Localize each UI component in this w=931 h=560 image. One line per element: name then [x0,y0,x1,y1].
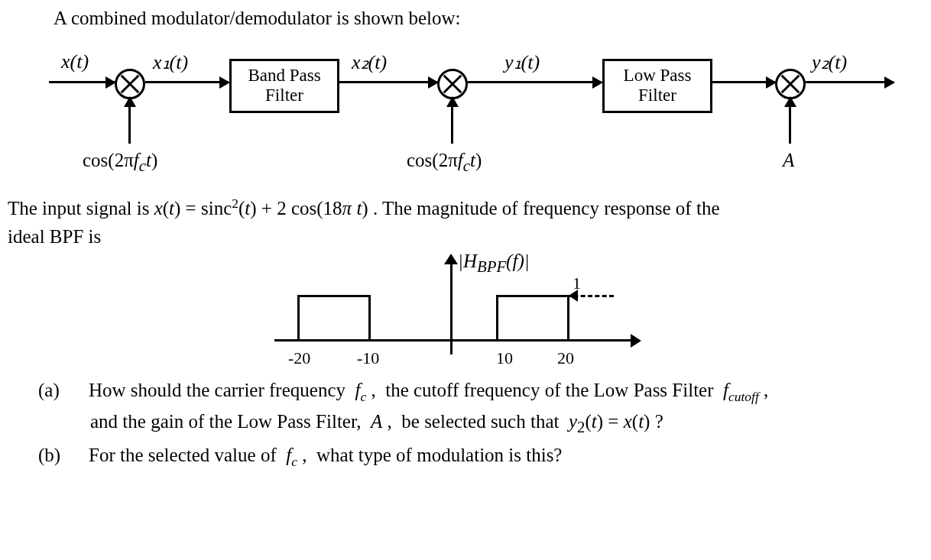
signal-x2t: x₂(t) [352,50,387,74]
signal-y1t: y₁(t) [504,50,540,74]
bandpass-filter-block: Band Pass Filter [229,59,339,113]
wire-mix2-to-lpf [468,81,602,83]
block-diagram: x(t) x₁(t) Band Pass Filter x₂(t) y₁(t) … [8,52,923,189]
lpf-label-line1: Low Pass [615,66,699,86]
bpf-label-line1: Band Pass [242,66,326,86]
wire-lpf-to-mix3 [711,81,775,83]
question-b: (b)For the selected value of fc , what t… [90,441,913,472]
lpf-label-line2: Filter [615,86,699,105]
plot-level-dash-arrow [569,290,578,302]
question-a: (a)How should the carrier frequency fc ,… [90,376,913,439]
carrier-line-2 [451,98,453,144]
tick-20: 20 [557,348,574,368]
signal-x1t: x₁(t) [153,50,188,74]
lowpass-filter-block: Low Pass Filter [602,59,712,113]
tick-n10: -10 [357,348,379,368]
question-list: (a)How should the carrier frequency fc ,… [8,374,923,473]
tick-n20: -20 [288,348,310,368]
carrier-label-2: cos(2πfct) [407,150,482,176]
mixer-1 [115,69,145,99]
gain-line [789,98,791,144]
tick-10: 10 [496,348,513,368]
wire-xt-to-mix1 [49,81,115,83]
wire-bpf-to-mix2 [338,81,437,83]
signal-y2t: y₂(t) [812,50,847,74]
bpf-label-line2: Filter [242,86,326,105]
plot-y-label: |HBPF(f)| [458,251,530,277]
bpf-magnitude-plot: |HBPF(f)| 1 -20 -10 10 20 [267,255,664,370]
gain-label: A [783,150,794,171]
carrier-label-1: cos(2πfct) [83,150,157,176]
wire-mix1-to-bpf [145,81,229,83]
problem-statement: The input signal is x(t) = sinc2(t) + 2 … [8,194,923,251]
signal-xt: x(t) [61,50,89,73]
mixer-3 [775,69,806,99]
wire-mix3-to-out [806,81,894,83]
plot-y-axis-arrow [444,254,458,264]
plot-x-axis-arrow [631,334,641,348]
intro-text: A combined modulator/demodulator is show… [54,8,923,29]
mixer-2 [437,69,468,99]
passband-negative [297,295,371,342]
carrier-line-1 [128,98,131,144]
passband-positive [496,295,569,342]
